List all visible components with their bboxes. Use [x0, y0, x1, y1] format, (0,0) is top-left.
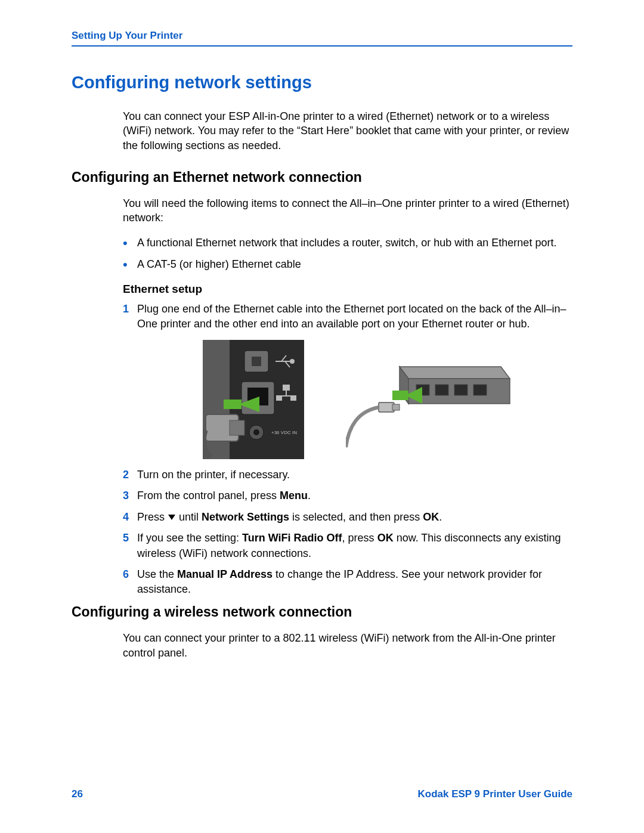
wireless-intro-paragraph: You can connect your printer to a 802.11… — [123, 631, 572, 660]
step-item: Press until Network Settings is selected… — [123, 510, 572, 525]
document-page: Setting Up Your Printer Configuring netw… — [0, 0, 644, 833]
header-section-title: Setting Up Your Printer — [72, 30, 572, 47]
step-item: From the control panel, press Menu. — [123, 488, 572, 503]
svg-rect-26 — [435, 385, 448, 395]
bold-text: Manual IP Address — [177, 568, 273, 580]
page-number: 26 — [72, 788, 83, 800]
step-text: Press — [137, 511, 168, 523]
svg-text:+36 VDC IN: +36 VDC IN — [271, 430, 297, 435]
bold-text: Turn WiFi Radio Off — [242, 532, 342, 544]
step-text: , press — [342, 532, 377, 544]
step-text: From the control panel, press — [137, 490, 280, 501]
ethernet-intro-paragraph: You will need the following items to con… — [123, 196, 572, 225]
printer-port-illustration: +36 VDC IN — [203, 340, 304, 459]
svg-rect-16 — [224, 400, 242, 409]
step-text: If you see the setting: — [137, 532, 242, 544]
bold-text: Network Settings — [202, 511, 289, 523]
page-footer: 26 Kodak ESP 9 Printer User Guide — [72, 788, 572, 800]
down-arrow-icon — [168, 510, 176, 525]
figure-row: +36 VDC IN — [203, 340, 572, 459]
svg-rect-14 — [291, 396, 296, 400]
svg-rect-28 — [473, 385, 487, 395]
document-title: Kodak ESP 9 Printer User Guide — [418, 788, 573, 800]
svg-rect-18 — [230, 420, 244, 435]
router-illustration — [346, 349, 513, 450]
svg-rect-32 — [392, 404, 400, 410]
step-text: Plug one end of the Ethernet cable into … — [137, 303, 566, 330]
bold-text: Menu — [280, 490, 308, 501]
svg-rect-31 — [379, 402, 394, 412]
page-title: Configuring network settings — [72, 73, 572, 92]
step-text: . — [308, 490, 311, 501]
step-item: Turn on the printer, if necessary. — [123, 467, 572, 482]
step-item: Use the Manual IP Address to change the … — [123, 567, 572, 597]
svg-rect-3 — [252, 357, 261, 366]
svg-marker-30 — [392, 391, 408, 400]
svg-marker-22 — [400, 367, 510, 379]
ethernet-requirements-list: A functional Ethernet network that inclu… — [123, 236, 572, 271]
intro-paragraph: You can connect your ESP All-in-One prin… — [123, 109, 572, 153]
list-item: A functional Ethernet network that inclu… — [123, 236, 572, 250]
heading-wireless: Configuring a wireless network connectio… — [72, 604, 572, 620]
step-item: Plug one end of the Ethernet cable into … — [123, 302, 572, 459]
step-text: . — [439, 511, 442, 523]
svg-rect-27 — [454, 385, 467, 395]
svg-point-20 — [253, 429, 259, 435]
svg-rect-13 — [277, 396, 281, 400]
heading-ethernet-setup: Ethernet setup — [123, 283, 572, 296]
svg-point-5 — [290, 360, 294, 363]
list-item: A CAT-5 (or higher) Ethernet cable — [123, 257, 572, 272]
bold-text: OK — [423, 511, 439, 523]
svg-marker-33 — [168, 515, 175, 520]
step-item: If you see the setting: Turn WiFi Radio … — [123, 531, 572, 561]
step-text: Use the — [137, 568, 177, 580]
ethernet-steps-list: Plug one end of the Ethernet cable into … — [123, 302, 572, 597]
step-text: until — [176, 511, 202, 523]
svg-rect-10 — [283, 385, 289, 390]
bold-text: OK — [377, 532, 394, 544]
step-text: is selected, and then press — [289, 511, 423, 523]
heading-ethernet: Configuring an Ethernet network connecti… — [72, 169, 572, 185]
step-text: Turn on the printer, if necessary. — [137, 469, 290, 481]
